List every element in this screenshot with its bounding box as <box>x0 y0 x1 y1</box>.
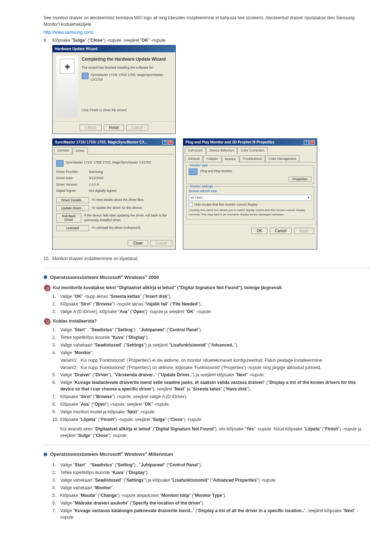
tab-color-correction[interactable]: Color Correction <box>237 147 268 154</box>
driver-properties-dialog: SyncMaster 171S/ 175S/ 170S, MagicSyncMa… <box>52 138 176 250</box>
section-windows-me: Operatsioonisüsteem Microsoft® Windows® … <box>44 451 370 458</box>
wizard-titlebar: Hardware Update Wizard <box>53 45 175 52</box>
close-icon[interactable]: × <box>168 140 173 145</box>
tab-monitor[interactable]: Monitor <box>222 156 239 163</box>
properties-button[interactable]: Properties <box>289 177 311 182</box>
step-10: 10. Monitori draiveri installeerimine on… <box>44 255 370 262</box>
wizard-product: SyncMaster 171S/ 175S/ 170S, MagicSyncMa… <box>91 73 172 82</box>
signature-not-found-header: Kui monitorile kuvatakse tekst "Digitaal… <box>44 284 370 291</box>
bullet-icon <box>44 453 47 456</box>
cancel-button[interactable]: Cancel <box>270 228 292 234</box>
refresh-rate-select[interactable]: 60 Hertz ▾ <box>189 195 311 201</box>
wizard-line1: The wizard has finished installing the s… <box>82 65 172 70</box>
help-icon[interactable]: ? <box>162 140 167 145</box>
driver-version: 1.0.0.0 <box>89 182 99 187</box>
driver-signer: Not digitally signed <box>89 189 117 194</box>
rollback-driver-button[interactable]: Roll Back Driver <box>56 213 81 223</box>
hide-modes-checkbox[interactable] <box>189 202 193 206</box>
monitor-properties-dialog: Plug and Play Monitor and 3D Prophet III… <box>183 138 317 250</box>
monitor-icon <box>56 160 64 167</box>
variant-1: Variant1:Kui nupp 'Funktsioonid' ('Prope… <box>44 357 370 364</box>
intro-link-line: http://www.samsung.com/. <box>44 29 370 36</box>
tab-general2[interactable]: General <box>185 155 203 162</box>
section-divider <box>44 445 370 445</box>
wizard-line2: Click Finish to close the wizard. <box>82 108 172 113</box>
monitor-name: Plug and Play Monitor <box>200 169 232 174</box>
signature-note: Kui avaneb aken "Digitaalset allkirja ei… <box>44 426 370 439</box>
hide-modes-note: Clearing this check box allows you to se… <box>189 208 311 217</box>
bullet-icon <box>44 275 47 279</box>
close-button[interactable]: Close <box>128 240 148 246</box>
install-steps-list-2: 5.Valige "Draiver" ("Driver"), "Värskend… <box>44 372 370 423</box>
refresh-label: Screen refresh rate: <box>189 189 311 194</box>
ok-button[interactable]: OK <box>251 228 267 234</box>
winme-steps-list: 1.Valige "Start" , "Seadistus" ("Setting… <box>44 462 370 520</box>
wizard-heading: Completing the Hardware Update Wizard <box>82 56 172 62</box>
update-driver-button[interactable]: Update Driver... <box>56 205 89 211</box>
samsung-link[interactable]: http://www.samsung.com/ <box>44 30 93 35</box>
driver-props-title: SyncMaster 171S/ 175S/ 170S, MagicSyncMa… <box>55 139 147 145</box>
sig-steps-list: 1.Valige "OK" -nupp aknas "Sisesta ketta… <box>44 293 370 315</box>
tab-general[interactable]: General <box>54 147 72 154</box>
monitor-icon <box>189 168 197 175</box>
gear-icon <box>44 318 50 324</box>
step-9-text: Klõpsake "Sulge" ("Close") -nupule, seej… <box>52 38 167 43</box>
monitor-props-title: Plug and Play Monitor and 3D Prophet III… <box>185 139 274 145</box>
tab-geforce[interactable]: GeForce3 <box>185 147 206 154</box>
step-9: 9. Klõpsake "Sulge" ("Close") -nupule, s… <box>44 37 370 44</box>
intro-para: See monitori draiver on atesteerimist ki… <box>44 15 370 28</box>
monitor-icon <box>82 73 89 79</box>
wizard-device-icon: ◈ <box>60 59 74 73</box>
driver-product-name: SyncMaster 171S/ 175S/ 170S, MagicSyncMa… <box>66 160 151 165</box>
tab-driver[interactable]: Driver <box>73 147 88 154</box>
section-divider <box>44 268 370 268</box>
chevron-down-icon: ▾ <box>308 195 310 200</box>
driver-details-button[interactable]: Driver Details... <box>56 197 89 203</box>
tab-adapter[interactable]: Adapter <box>203 155 221 162</box>
wizard-finish-button[interactable]: Finish <box>104 125 124 131</box>
how-to-install-header: Kuidas installeerida? <box>44 318 370 324</box>
gear-icon <box>44 284 50 291</box>
tab-color-mgmt[interactable]: Color Management <box>265 155 300 162</box>
section-windows-2000: Operatsioonisüsteem Microsoft® Windows® … <box>44 274 370 281</box>
driver-provider: Samsung <box>89 170 103 175</box>
variant-2: Variant2:Kui nupp 'Funktsioonid' ('Prope… <box>44 364 370 371</box>
hardware-update-wizard: Hardware Update Wizard ◈ Completing the … <box>52 45 176 134</box>
cancel-button: Cancel <box>150 240 172 246</box>
apply-button: Apply <box>294 228 314 234</box>
wizard-back-button: < Back <box>79 125 102 131</box>
help-icon[interactable]: ? <box>304 140 309 145</box>
uninstall-button[interactable]: Uninstall <box>56 225 89 231</box>
driver-date: 9/11/2003 <box>89 176 103 181</box>
tab-troubleshoot[interactable]: Troubleshoot <box>240 155 265 162</box>
tab-device-selection[interactable]: Device Selection <box>206 147 237 154</box>
hide-modes-label: Hide modes that this monitor cannot disp… <box>194 202 258 207</box>
close-icon[interactable]: × <box>310 140 315 145</box>
install-steps-list: 1.Valige "Start" , "Seadistus" ("Setting… <box>44 327 370 356</box>
wizard-cancel-button: Cancel <box>126 125 148 131</box>
